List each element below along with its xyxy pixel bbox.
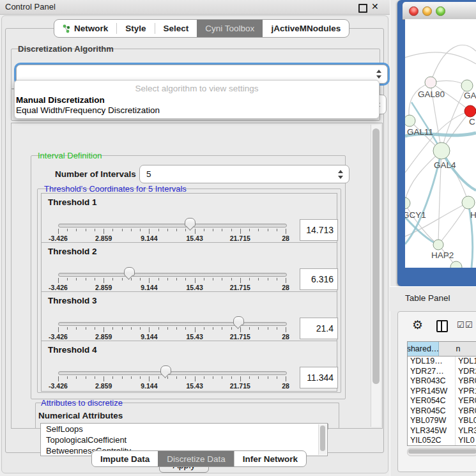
panel-scrollbar[interactable] <box>371 125 381 427</box>
network-node[interactable] <box>461 80 473 91</box>
network-icon <box>63 24 70 33</box>
dropdown-placeholder: Select algorithm to view settings <box>15 84 379 93</box>
checkbox-icon[interactable]: ☑ <box>465 320 473 330</box>
panel-scrollbar-thumb[interactable] <box>372 128 380 384</box>
bottom-tab-discretize-data[interactable]: Discretize Data <box>158 451 234 466</box>
network-node[interactable] <box>433 142 450 159</box>
network-node-label: H <box>470 210 476 220</box>
slider-thumb[interactable] <box>124 267 135 276</box>
threshold-value-field[interactable]: 6.316 <box>300 268 338 290</box>
minimize-traffic-icon[interactable] <box>422 6 432 16</box>
table-cell: YDL19… <box>408 357 456 367</box>
threshold-value-field[interactable]: 11.344 <box>300 367 338 388</box>
network-node[interactable] <box>433 240 443 250</box>
network-node[interactable] <box>462 196 475 209</box>
network-node[interactable] <box>425 77 436 88</box>
table-toolbar: ⚙ ☑ ☑ <box>398 312 476 340</box>
network-node[interactable] <box>450 261 462 268</box>
algorithm-dropdown-popup: Select algorithm to view settings Manual… <box>14 80 380 119</box>
tab-cyni-toolbox[interactable]: Cyni Toolbox <box>197 20 263 37</box>
control-panel-titlebar: Control Panel ✕ <box>0 0 390 15</box>
threshold-label: Threshold 2 <box>48 247 97 256</box>
table-row[interactable]: YPR145WYPR1 <box>408 387 476 397</box>
gear-icon[interactable]: ⚙ <box>412 318 423 332</box>
checkbox-icon[interactable]: ☑ <box>457 320 464 330</box>
table-row[interactable]: YBR043CYBR0 <box>408 376 476 387</box>
table-cell: YPR1 <box>456 387 476 397</box>
list-scrollbar[interactable] <box>318 424 326 455</box>
table-cell: YBR0 <box>456 406 476 417</box>
slider-ticks <box>58 376 286 382</box>
tab-label: jActiveMNodules <box>271 24 341 33</box>
table-header-shared[interactable]: shared… <box>408 342 439 356</box>
num-intervals-combobox[interactable]: 5 <box>139 165 349 183</box>
divider <box>390 0 390 476</box>
float-window-icon[interactable] <box>358 4 367 13</box>
bottom-tab-bar: Impute DataDiscretize DataInfer Network <box>91 450 307 467</box>
threshold-label: Threshold 3 <box>48 296 97 305</box>
table-row[interactable]: YLR345WYLR3 <box>408 426 476 436</box>
threshold-block: Threshold 4-3.4262.8599.14415.4321.71528… <box>41 341 337 392</box>
tab-label: Select <box>164 24 189 33</box>
tab-network[interactable]: Network <box>54 20 116 37</box>
table-h-scrollbar-thumb[interactable] <box>408 449 476 454</box>
table-panel-header: Table Panel <box>390 286 476 311</box>
table-header-row: shared… n <box>408 342 476 357</box>
threshold-block: Threshold 2-3.4262.8599.14415.4321.71528… <box>41 242 337 293</box>
discretization-algorithm-title: Discretization Algorithm <box>16 44 116 54</box>
table-cell: YBR043C <box>408 376 456 387</box>
table-row[interactable]: YDL19…YDL1 <box>408 357 476 367</box>
slider-thumb[interactable] <box>160 365 171 374</box>
node-table[interactable]: shared… n YDL19…YDL1YDR27…YDR2YBR043CYBR… <box>407 341 476 446</box>
combo-stepper-icon <box>376 70 381 79</box>
list-item[interactable]: TopologicalCoefficient <box>41 434 327 445</box>
split-column-icon[interactable] <box>436 320 448 332</box>
network-node[interactable] <box>464 105 476 117</box>
table-row[interactable]: YBL079WYBL0 <box>408 416 476 426</box>
dropdown-option[interactable]: Equal Width/Frequency Discretization <box>16 105 160 115</box>
slider-track[interactable] <box>58 273 287 277</box>
network-window-titlebar <box>403 2 476 20</box>
network-node[interactable] <box>405 197 410 209</box>
table-cell: YPR145W <box>408 387 456 397</box>
tab-select[interactable]: Select <box>155 20 197 37</box>
slider-thumb[interactable] <box>185 218 196 227</box>
slider-track[interactable] <box>58 322 287 326</box>
table-row[interactable]: YBR045CYBR0 <box>408 406 476 417</box>
list-scrollbar-thumb[interactable] <box>320 426 325 451</box>
slider-thumb[interactable] <box>233 316 244 325</box>
num-intervals-value: 5 <box>146 169 151 179</box>
tab-style[interactable]: Style <box>117 20 154 37</box>
tab-jactivemnodules[interactable]: jActiveMNodules <box>263 20 349 37</box>
threshold-block: Threshold 3-3.4262.8599.14415.4321.71528… <box>41 291 337 342</box>
bottom-tab-impute-data[interactable]: Impute Data <box>92 451 158 466</box>
close-icon[interactable]: ✕ <box>371 1 379 12</box>
network-node-label: C <box>469 117 475 127</box>
slider-track[interactable] <box>58 371 287 375</box>
table-h-scrollbar[interactable] <box>407 448 476 456</box>
zoom-traffic-icon[interactable] <box>436 6 445 16</box>
numerical-attributes-label: Numerical Attributes <box>38 411 123 420</box>
combo-stepper-icon <box>337 170 343 179</box>
table-cell: YER054C <box>408 396 456 406</box>
dropdown-option[interactable]: Manual Discretization <box>16 95 105 105</box>
table-header-name[interactable]: n <box>439 342 476 356</box>
close-traffic-icon[interactable] <box>409 6 418 16</box>
threshold-label: Threshold 1 <box>48 197 97 207</box>
threshold-value-field[interactable]: 14.713 <box>300 219 338 241</box>
slider-ticks <box>58 327 286 333</box>
threshold-value-field[interactable]: 21.4 <box>300 318 338 339</box>
slider-track[interactable] <box>58 224 287 227</box>
network-canvas[interactable]: GAL80GACGAL11GAL4GCY1HHAP2 <box>405 19 476 268</box>
thresholds-group-title: Threshold's Coordinates for 5 Intervals <box>42 184 188 194</box>
network-node[interactable] <box>405 115 415 127</box>
list-item[interactable]: SelfLoops <box>41 424 327 434</box>
table-cell: YDL1 <box>456 357 476 367</box>
table-row[interactable]: YER054CYER0 <box>408 396 476 406</box>
table-row[interactable]: YDR27…YDR2 <box>408 367 476 377</box>
attributes-group-title: Attributes to discretize <box>39 398 125 408</box>
threshold-label: Threshold 4 <box>48 345 97 355</box>
bottom-tab-infer-network[interactable]: Infer Network <box>234 451 306 466</box>
table-row[interactable]: YIL052CYIL0 <box>408 436 476 445</box>
num-intervals-label: Number of Intervals <box>55 169 136 179</box>
